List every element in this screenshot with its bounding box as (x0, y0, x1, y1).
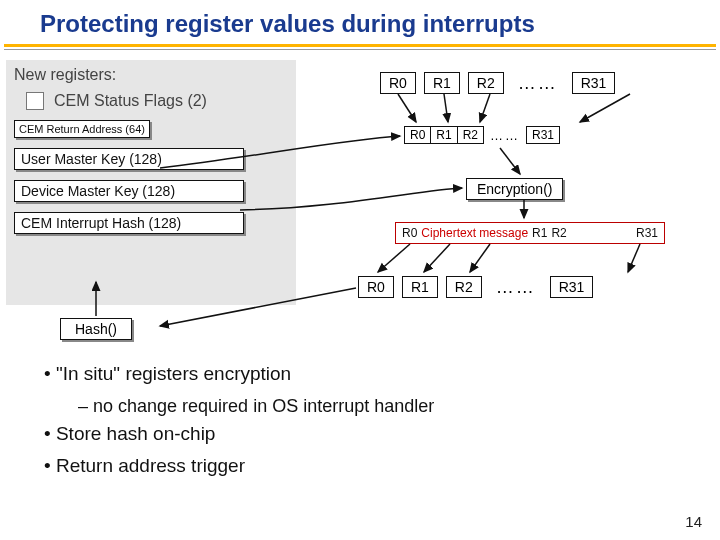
svg-line-7 (424, 244, 450, 272)
title-underline-thin (4, 49, 716, 50)
svg-line-1 (444, 94, 448, 122)
bullet-return-addr: • Return address trigger (44, 452, 434, 481)
out-r31: R31 (550, 276, 594, 298)
svg-line-4 (500, 148, 520, 174)
ct-r2: R2 (551, 226, 566, 240)
ct-r1: R1 (532, 226, 547, 240)
ct-r0: R0 (402, 226, 417, 240)
cem-interrupt-hash: CEM Interrupt Hash (128) (14, 212, 244, 234)
reg-r31: R31 (572, 72, 616, 94)
out-r0: R0 (358, 276, 394, 298)
panel-heading: New registers: (14, 66, 288, 84)
svg-line-8 (470, 244, 490, 272)
out-r2: R2 (446, 276, 482, 298)
buf-r31: R31 (526, 126, 560, 144)
title-underline (4, 44, 716, 47)
checkbox-icon (26, 92, 44, 110)
ciphertext-row: R0 Ciphertext message R1 R2 R31 (395, 222, 665, 244)
cem-return-address: CEM Return Address (64) (14, 120, 150, 138)
buf-r0: R0 (404, 126, 431, 144)
diagram-area: New registers: CEM Status Flags (2) CEM … (0, 60, 720, 480)
svg-line-6 (378, 244, 410, 272)
svg-line-0 (398, 94, 416, 122)
ellipsis: …… (512, 73, 564, 94)
device-master-key: Device Master Key (128) (14, 180, 244, 202)
bullet-list: • "In situ" registers encryption – no ch… (44, 360, 434, 485)
bullet-store-hash: • Store hash on-chip (44, 420, 434, 449)
cem-status-flags: CEM Status Flags (2) (26, 92, 288, 110)
registers-panel: New registers: CEM Status Flags (2) CEM … (6, 60, 296, 305)
cem-status-flags-label: CEM Status Flags (2) (54, 92, 207, 110)
ct-r31: R31 (636, 226, 658, 240)
buf-r1: R1 (431, 126, 457, 144)
ct-label: Ciphertext message (421, 226, 528, 240)
register-row-top: R0 R1 R2 …… R31 (380, 72, 615, 94)
register-row-buffer: R0 R1 R2 …… R31 (404, 126, 560, 144)
page-number: 14 (685, 513, 702, 530)
reg-r2: R2 (468, 72, 504, 94)
reg-r1: R1 (424, 72, 460, 94)
bullet-insitu: • "In situ" registers encryption (44, 360, 434, 389)
out-r1: R1 (402, 276, 438, 298)
ellipsis: …… (484, 128, 526, 143)
bullet-insitu-sub: – no change required in OS interrupt han… (78, 393, 434, 420)
reg-r0: R0 (380, 72, 416, 94)
svg-line-3 (580, 94, 630, 122)
ellipsis: …… (490, 277, 542, 298)
buf-r2: R2 (458, 126, 484, 144)
encryption-box: Encryption() (466, 178, 563, 200)
slide-title: Protecting register values during interr… (0, 0, 720, 44)
svg-line-9 (628, 244, 640, 272)
hash-box: Hash() (60, 318, 132, 340)
user-master-key: User Master Key (128) (14, 148, 244, 170)
register-row-bottom: R0 R1 R2 …… R31 (358, 276, 593, 298)
svg-line-2 (480, 94, 490, 122)
